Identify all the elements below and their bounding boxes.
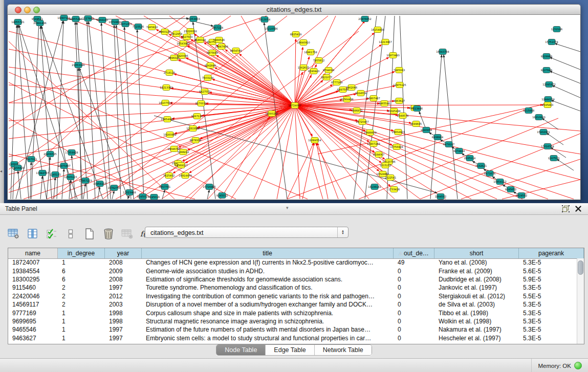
graph-node[interactable]: 1152186 <box>551 27 562 32</box>
network-window-titlebar[interactable]: citations_edges.txt <box>7 4 581 15</box>
graph-node[interactable]: 10958107 <box>93 181 106 187</box>
graph-node[interactable]: 15218586 <box>265 26 277 32</box>
graph-node[interactable]: 11156829 <box>11 165 24 171</box>
graph-node[interactable]: 7515526 <box>133 24 144 30</box>
network-canvas[interactable]: 1872400714055721954951120891436190871111… <box>7 15 581 200</box>
graph-node[interactable]: 23667608 <box>215 44 228 50</box>
graph-node[interactable]: 3324554 <box>355 91 366 96</box>
graph-node[interactable]: 6466160 <box>97 17 108 23</box>
graph-node[interactable]: 8170031 <box>195 101 207 106</box>
panel-expand-arrow-icon[interactable]: ◂ <box>0 169 2 173</box>
graph-node[interactable]: 10807487 <box>367 96 380 101</box>
graph-node[interactable]: 19654985 <box>161 117 173 122</box>
graph-node[interactable]: 16961758 <box>304 50 317 55</box>
graph-node[interactable]: 16107554 <box>159 100 171 106</box>
graph-node[interactable]: 1015152 <box>380 163 391 168</box>
table-row[interactable]: 969969511998Structural magnetic resonanc… <box>8 317 577 325</box>
graph-node[interactable]: 3917311 <box>26 157 37 162</box>
graph-node[interactable]: 20206535 <box>43 151 56 157</box>
graph-node[interactable]: 18640910 <box>297 40 310 46</box>
graph-node[interactable]: 10025438 <box>387 108 400 114</box>
graph-node[interactable]: 16782759 <box>107 185 120 191</box>
graph-node[interactable]: 1145131 <box>50 172 61 178</box>
column-header-year[interactable]: year <box>105 248 142 258</box>
graph-node[interactable]: 9245652 <box>505 187 516 192</box>
graph-node[interactable]: 2935114 <box>464 156 475 161</box>
graph-node[interactable]: 16914479 <box>179 173 191 179</box>
graph-node[interactable]: 9857791 <box>159 184 170 190</box>
graph-node[interactable]: 7386872 <box>351 108 362 114</box>
graph-node[interactable]: 20891436 <box>33 20 46 26</box>
graph-node[interactable]: 7955812 <box>313 58 324 63</box>
graph-node[interactable]: 19384554 <box>308 138 321 143</box>
graph-node[interactable]: 9777169 <box>331 80 342 85</box>
delete-column-button[interactable] <box>102 227 115 240</box>
table-settings-button[interactable] <box>7 227 20 240</box>
graph-node[interactable]: 12213967 <box>379 39 391 45</box>
graph-node[interactable]: 2718126 <box>164 70 175 76</box>
graph-node[interactable]: 12444159 <box>541 97 554 102</box>
tab-network-table[interactable]: Network Table <box>315 345 372 355</box>
show-columns-button[interactable] <box>26 227 39 240</box>
tab-node-table[interactable]: Node Table <box>216 345 266 355</box>
graph-node[interactable]: 9896321 <box>168 55 180 61</box>
graph-node[interactable]: 9699695 <box>410 121 422 127</box>
graph-node[interactable]: 8878334 <box>190 138 201 143</box>
graph-node[interactable]: 14138141 <box>368 184 381 190</box>
graph-node[interactable]: 5498222 <box>178 149 189 155</box>
graph-node[interactable]: 8471676 <box>484 171 495 177</box>
graph-node[interactable]: 9267130 <box>191 114 203 119</box>
table-select-dropdown[interactable]: citations_edges.txt ▲▼ <box>145 227 349 238</box>
graph-node[interactable]: 13342787 <box>36 170 49 176</box>
graph-node[interactable]: 9242845 <box>205 63 216 69</box>
graph-node[interactable]: 14055721 <box>11 19 24 25</box>
graph-node[interactable]: 7625402 <box>163 173 175 179</box>
graph-node[interactable]: 8960128 <box>159 29 170 35</box>
column-header-name[interactable]: name <box>8 248 58 258</box>
column-header-title[interactable]: title <box>142 248 394 258</box>
tab-edge-table[interactable]: Edge Table <box>266 345 314 355</box>
select-attributes-button[interactable] <box>45 227 58 240</box>
collapsed-west-panel[interactable]: ◂ <box>0 0 4 203</box>
table-row[interactable]: 911546021997Tourette syndrome. Phenomeno… <box>8 283 577 292</box>
graph-node[interactable]: 9794028 <box>323 68 334 73</box>
graph-node[interactable]: 8912954 <box>171 31 182 37</box>
graph-node[interactable]: 8825419 <box>290 32 301 37</box>
graph-node[interactable]: 1840954 <box>421 127 432 133</box>
graph-node[interactable]: 19654923 <box>391 129 404 135</box>
column-header-out_de[interactable]: △out_de… <box>394 248 434 258</box>
graph-node[interactable]: 10973493 <box>386 53 399 58</box>
table-row[interactable]: 2242004622012Investigating the contribut… <box>8 292 577 300</box>
graph-node[interactable]: 15716485 <box>203 184 215 190</box>
column-header-pagerank[interactable]: pagerank <box>519 248 584 258</box>
graph-node[interactable]: 9824502 <box>516 193 527 199</box>
graph-node[interactable]: 10655287 <box>69 16 82 22</box>
graph-node[interactable]: 7485063 <box>394 68 405 73</box>
graph-node[interactable]: 1595883 <box>542 102 553 108</box>
graph-node[interactable]: 12975125 <box>393 82 406 88</box>
table-row[interactable]: 977716911998Corpus callosum shape and si… <box>8 309 577 317</box>
graph-node[interactable]: 23226058 <box>184 29 197 34</box>
graph-node[interactable]: 16154838 <box>371 27 384 33</box>
panel-splitter-handle[interactable]: ▾ <box>286 202 289 213</box>
graph-node[interactable]: 8813054 <box>259 17 270 23</box>
graph-node[interactable]: 9184067 <box>373 152 384 158</box>
graph-node[interactable]: 19087111 <box>57 15 70 21</box>
create-column-button[interactable] <box>83 227 96 240</box>
table-row[interactable]: 1830029562008Estimation of significance … <box>8 275 577 283</box>
memory-status[interactable]: Memory: OK <box>531 359 582 372</box>
vertical-scrollbar[interactable] <box>577 258 584 344</box>
graph-node[interactable]: 1167533 <box>548 156 559 161</box>
graph-node[interactable]: 17359928 <box>65 150 78 156</box>
graph-node[interactable]: 9474444 <box>453 148 465 154</box>
table-row[interactable]: 1872400712008Changes of HCN gene express… <box>8 258 577 267</box>
graph-node[interactable]: 2349578 <box>397 113 408 119</box>
close-panel-icon[interactable] <box>575 205 582 212</box>
graph-node[interactable]: 7632621 <box>475 163 487 169</box>
graph-node[interactable]: 16643784 <box>436 49 449 55</box>
graph-node[interactable]: 16071355 <box>119 21 132 27</box>
graph-node[interactable]: 10854112 <box>493 179 506 185</box>
graph-node[interactable]: 7857224 <box>212 25 223 31</box>
graph-node[interactable]: 20876652 <box>358 16 371 22</box>
graph-node[interactable]: 7603144 <box>202 75 213 81</box>
